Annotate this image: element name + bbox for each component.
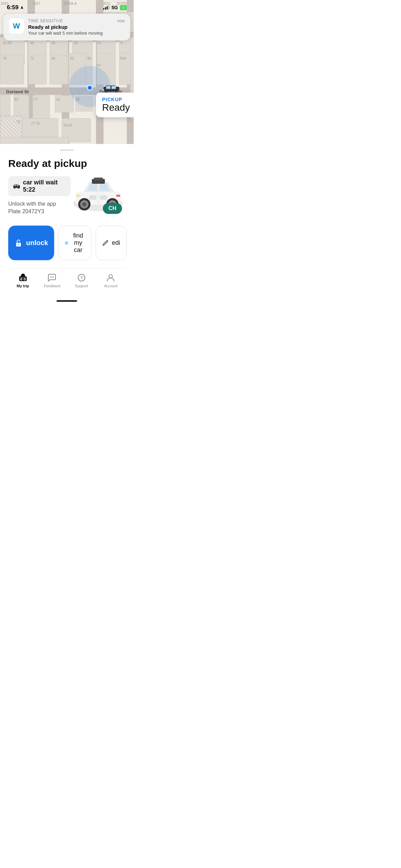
unlock-text: Unlock with the app bbox=[8, 201, 71, 207]
drag-handle[interactable] bbox=[60, 149, 74, 151]
edit-button[interactable]: edi bbox=[96, 226, 126, 260]
bld-num-79: 79 bbox=[16, 120, 20, 124]
edit-icon bbox=[102, 240, 109, 246]
find-my-car-button[interactable]: find my car bbox=[58, 226, 92, 260]
user-location-dot bbox=[87, 85, 93, 91]
svg-text:?: ? bbox=[80, 276, 83, 280]
car-icon bbox=[13, 183, 20, 189]
bottom-sheet: Ready at pickup car will wait 5:22 bbox=[0, 144, 134, 302]
support-icon: ? bbox=[77, 273, 86, 282]
my-trip-label: My trip bbox=[17, 284, 29, 288]
wait-timer-text: car will wait 5:22 bbox=[23, 179, 66, 193]
bld-num-78: 78 bbox=[3, 57, 7, 60]
waymo-logo: W bbox=[13, 22, 20, 31]
status-time: 6:59 bbox=[7, 4, 24, 11]
nav-my-trip[interactable]: My trip bbox=[8, 273, 38, 288]
nav-support[interactable]: ? Support bbox=[67, 273, 96, 288]
bld-num-45: 45 bbox=[30, 41, 34, 45]
building-bottom-left bbox=[0, 137, 69, 144]
notif-label: TIME SENSITIVE bbox=[28, 19, 113, 23]
svg-rect-31 bbox=[89, 195, 96, 200]
svg-rect-43 bbox=[23, 277, 26, 278]
my-trip-icon bbox=[18, 273, 28, 282]
notif-title: Ready at pickup bbox=[28, 24, 113, 30]
svg-point-44 bbox=[50, 277, 51, 278]
unlock-label: unlock bbox=[26, 239, 48, 247]
network-type: 5G bbox=[111, 5, 118, 10]
bld-num-7779: 77-79 bbox=[31, 122, 40, 125]
bld-num-5: 5 bbox=[121, 41, 123, 45]
svg-rect-28 bbox=[76, 195, 80, 197]
car-on-map bbox=[103, 85, 120, 93]
bld-num-5363: 53-63 bbox=[63, 123, 72, 127]
nav-feedback[interactable]: Feedback bbox=[38, 273, 67, 288]
svg-rect-21 bbox=[94, 178, 103, 180]
bld-num-61: 61 bbox=[57, 98, 60, 101]
pickup-label: PICKUP bbox=[102, 97, 130, 102]
bld-num-77: 77 bbox=[34, 98, 37, 101]
bld-num-50a: 50A bbox=[120, 57, 126, 60]
svg-rect-13 bbox=[17, 185, 18, 186]
notif-app-icon: W bbox=[9, 19, 24, 34]
notif-content: TIME SENSITIVE Ready at pickup Your car … bbox=[28, 19, 113, 36]
bld-num-83: 83 bbox=[14, 98, 18, 101]
action-buttons: unlock find my car edi bbox=[8, 226, 125, 262]
svg-rect-29 bbox=[116, 195, 120, 197]
car-badge: CH bbox=[103, 203, 122, 214]
account-label: Account bbox=[104, 284, 118, 288]
signal-bars-icon bbox=[103, 5, 109, 10]
car-image-container: CH bbox=[71, 176, 125, 217]
plate-text: Plate 20472Y3 bbox=[8, 208, 71, 215]
bld-num-51: 51-53 bbox=[3, 41, 12, 45]
location-arrow-icon bbox=[20, 5, 24, 10]
edit-label: edi bbox=[112, 239, 120, 246]
feedback-label: Feedback bbox=[44, 284, 60, 288]
svg-rect-32 bbox=[100, 195, 107, 200]
home-indicator bbox=[57, 300, 77, 302]
battery-icon: ⚡ bbox=[120, 5, 127, 10]
bld-num-54: 54 bbox=[97, 63, 100, 67]
svg-point-34 bbox=[18, 244, 19, 245]
svg-point-46 bbox=[53, 277, 54, 278]
notif-time: now bbox=[117, 19, 125, 23]
find-car-icon bbox=[65, 239, 68, 247]
account-icon bbox=[106, 273, 116, 282]
nav-account[interactable]: Account bbox=[96, 273, 126, 288]
svg-point-17 bbox=[19, 188, 19, 188]
svg-point-45 bbox=[52, 277, 53, 278]
svg-point-49 bbox=[109, 275, 112, 278]
feedback-icon bbox=[47, 273, 57, 282]
svg-point-7 bbox=[116, 91, 117, 92]
bld-num-21: 21 bbox=[97, 41, 101, 45]
svg-point-41 bbox=[24, 279, 25, 280]
bld-num-25: 25 bbox=[74, 41, 77, 45]
status-indicators: 5G ⚡ bbox=[103, 5, 127, 10]
hatched-building bbox=[0, 116, 22, 140]
pickup-tooltip: PICKUP Ready bbox=[96, 93, 134, 117]
bottom-navigation: My trip Feedback ? Support bbox=[8, 268, 125, 298]
svg-point-40 bbox=[21, 279, 22, 280]
svg-rect-2 bbox=[106, 86, 110, 89]
status-bar: 6:59 5G ⚡ bbox=[0, 0, 134, 12]
svg-rect-8 bbox=[103, 89, 104, 91]
lock-icon bbox=[14, 239, 23, 247]
notification-banner[interactable]: W TIME SENSITIVE Ready at pickup Your ca… bbox=[3, 14, 130, 40]
pickup-status: Ready bbox=[102, 102, 130, 113]
svg-rect-12 bbox=[14, 185, 16, 186]
unlock-button[interactable]: unlock bbox=[8, 226, 54, 260]
bld-num-62: 62 bbox=[70, 57, 74, 60]
dorland-st-label-left: Dorland St bbox=[6, 89, 29, 94]
svg-rect-3 bbox=[112, 86, 116, 89]
bld-num-39: 39 bbox=[51, 41, 55, 45]
svg-point-24 bbox=[82, 202, 86, 206]
find-my-car-label: find my car bbox=[71, 232, 85, 254]
sheet-title: Ready at pickup bbox=[8, 158, 125, 169]
support-label: Support bbox=[75, 284, 88, 288]
bld-num-60: 60 bbox=[87, 57, 91, 60]
svg-point-16 bbox=[14, 188, 15, 188]
bld-num-72: 72 bbox=[30, 57, 34, 60]
wait-timer: car will wait 5:22 bbox=[8, 176, 71, 196]
svg-rect-9 bbox=[119, 89, 120, 91]
notif-body: Your car will wait 5 min before moving bbox=[28, 31, 113, 36]
bld-num-68: 68 bbox=[51, 57, 55, 60]
